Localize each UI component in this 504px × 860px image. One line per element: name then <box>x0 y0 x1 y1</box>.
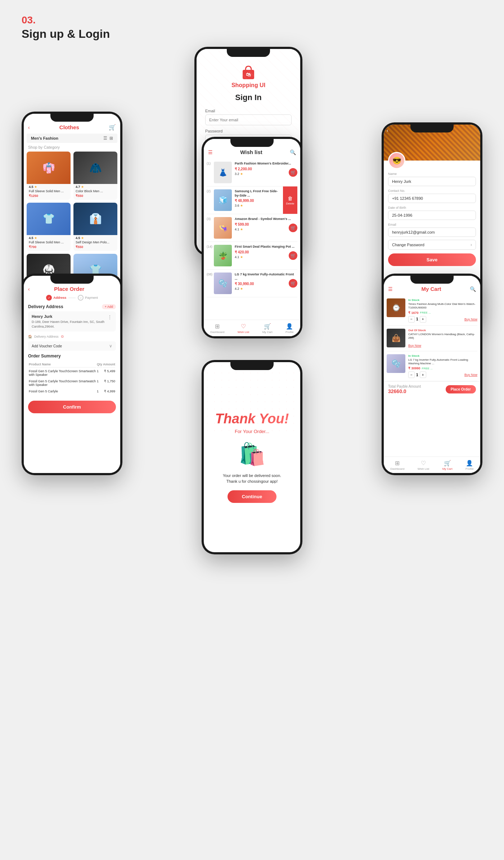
search-icon[interactable]: 🔍 <box>290 149 296 155</box>
wishlist-phone: ☰ Wish list 🔍 (1) 👗 Parth Fashion Women'… <box>202 137 302 338</box>
product-rating-3: 4.5 ★ <box>27 235 71 240</box>
wish-item-info: Amazon Brand - Symbol Women's ... ₹ 599.… <box>235 217 297 231</box>
name-input[interactable] <box>388 177 476 186</box>
email-field: Email <box>388 223 476 237</box>
nav-wishlist[interactable]: ♡ Wish List <box>418 460 429 470</box>
phone-notch <box>227 49 270 57</box>
product-card[interactable]: 🧥 4.7 ★ Color Block Men ... ₹550 <box>73 152 117 200</box>
delete-button[interactable]: 🗑 Delete <box>283 186 297 214</box>
name-field: Name <box>388 172 476 186</box>
nav-dashboard[interactable]: ⊞ Dashboard <box>390 460 404 470</box>
nav-profile[interactable]: 👤 Profile <box>285 323 294 334</box>
email-input[interactable] <box>388 228 476 237</box>
buy-now-link-1[interactable]: Buy Now <box>464 318 477 321</box>
cart-item-free-1: FREE ... <box>420 311 431 314</box>
product-image-4: 👔 <box>73 203 117 235</box>
product-card[interactable]: 👘 4.5 ★ Full Sleeve Solid Men ... ₹1250 <box>27 152 71 200</box>
add-to-cart-button[interactable]: 🛒 <box>289 251 297 260</box>
grid-view-icon[interactable]: ⊞ <box>109 136 113 141</box>
product-image-1: 👘 <box>27 152 71 184</box>
wish-item-rating: 4.1 ★ <box>235 255 297 259</box>
wish-item-rating: 3.6 ★ <box>235 204 282 207</box>
dashboard-icon: ⊞ <box>215 323 220 330</box>
dob-input[interactable] <box>388 211 476 220</box>
signin-title: Sign In <box>205 93 292 102</box>
cart-icon: 🛒 <box>444 460 451 467</box>
cart-item-price-1: ₹ 1670 <box>408 311 419 315</box>
wish-item-info: Parth Fashion Women's Embroider... ₹ 2,2… <box>235 162 297 176</box>
hamburger-menu-icon[interactable]: ☰ <box>208 149 213 155</box>
signin-logo-area: 🛍 Shopping UI <box>205 63 292 89</box>
voucher-row[interactable]: Add Voucher Code ∨ <box>28 341 116 351</box>
confirm-button[interactable]: Confirm <box>28 401 116 413</box>
copy-icon[interactable]: ⊙ <box>61 334 64 338</box>
place-order-button[interactable]: Place Order <box>446 385 476 393</box>
star-icon: ★ <box>240 172 243 176</box>
add-to-cart-button[interactable]: 🛒 <box>289 224 297 232</box>
clothes-back-button[interactable]: ‹ <box>28 125 30 130</box>
contact-input[interactable] <box>388 194 476 203</box>
more-options-icon[interactable]: ⋮ <box>107 314 112 320</box>
nav-profile-label: Profile <box>465 467 474 470</box>
order-back-button[interactable]: ‹ <box>28 286 30 292</box>
address-card: ⋮ Henry Jurk D-189, Deer Haven Drive, Fo… <box>28 311 116 332</box>
change-password-button[interactable]: Change Password › <box>388 240 476 250</box>
save-button[interactable]: Save <box>388 253 476 266</box>
address-text: D-189, Deer Haven Drive, Fountain Inn, S… <box>32 320 112 329</box>
cart-item-quantity-1: − 1 + <box>408 316 426 323</box>
order-title: Place Order <box>54 286 84 292</box>
address-type-label: 🏠 <box>28 335 32 338</box>
cart-title: My Cart <box>421 286 441 292</box>
search-icon[interactable]: 🔍 <box>470 286 476 292</box>
nav-cart[interactable]: 🛒 My Cart <box>262 323 273 334</box>
list-view-icon[interactable]: ☰ <box>103 136 107 141</box>
profile-avatar: 😎 <box>388 152 405 169</box>
order-steps: ✓ Address 2 Payment <box>24 295 120 304</box>
cart-items-list: ⌚ In Stock Timex Fashion Analog Multi-Co… <box>384 296 480 381</box>
wish-item-info: Samsung L Frost Free Side-by-Side ... ₹ … <box>235 189 282 207</box>
hamburger-menu-icon[interactable]: ☰ <box>388 286 393 292</box>
product-name-cell: Fossil Gen 5 Carlyle TouchScreen Smartwa… <box>29 368 96 378</box>
wish-item-number: (1) <box>207 162 214 165</box>
buy-now-link-3[interactable]: Buy Now <box>464 373 477 377</box>
wish-list-item: (1) 👗 Parth Fashion Women's Embroider...… <box>207 159 297 186</box>
quantity-decrease-button[interactable]: − <box>408 372 415 378</box>
cart-item-quantity-3: − 1 + <box>408 372 426 378</box>
buy-now-link-2[interactable]: Buy Now <box>408 344 421 347</box>
product-card[interactable]: 👔 4.5 ★ Self Design Men Polo... ₹550 <box>73 203 117 251</box>
phone-notch-wishlist <box>230 139 274 147</box>
nav-cart[interactable]: 🛒 My Cart <box>442 460 453 470</box>
svg-text:🛍: 🛍 <box>246 72 251 77</box>
wish-item-number: (08) <box>207 273 214 276</box>
profile-back-button[interactable]: ‹ <box>387 127 388 133</box>
wish-item-price: ₹ 2,200.00 <box>235 167 297 171</box>
password-label: Password <box>205 129 292 133</box>
shopping-bag-icon: 🛍 <box>240 63 257 81</box>
star-icon: ★ <box>240 287 243 291</box>
page-number-text: 03 <box>22 14 33 26</box>
wishlist-items-list: (1) 👗 Parth Fashion Women's Embroider...… <box>204 159 300 297</box>
email-input[interactable] <box>205 114 292 125</box>
mens-fashion-label: Men's Fashion <box>31 136 58 140</box>
cart-item-price-3: ₹ 30990 <box>408 366 420 370</box>
add-to-cart-button[interactable]: 🛒 <box>289 168 297 177</box>
wish-item-info: First Smart Deal Plastic Hanging Pot ...… <box>235 245 297 259</box>
email-label: Email <box>388 223 476 226</box>
nav-wishlist[interactable]: ♡ Wish List <box>238 323 249 334</box>
add-address-button[interactable]: + Add <box>102 304 116 309</box>
nav-cart-label: My Cart <box>442 467 453 470</box>
product-name-3: Full Sleeve Solid Men ... <box>27 240 71 245</box>
product-card[interactable]: 👕 4.5 ★ Full Sleeve Solid Men ... ₹700 <box>27 203 71 251</box>
nav-profile[interactable]: 👤 Profile <box>465 460 474 470</box>
quantity-increase-button[interactable]: + <box>420 316 426 323</box>
address-label-row: 🏠 Delivery Address ⊙ <box>28 334 116 338</box>
continue-button[interactable]: Continue <box>228 490 276 503</box>
order-screen: ‹ Place Order ✓ Address 2 Payment Delive… <box>24 276 120 473</box>
wish-list-item: (2) 🧊 Samsung L Frost Free Side-by-Side … <box>207 186 297 214</box>
add-to-cart-button[interactable]: 🛒 <box>289 279 297 288</box>
quantity-decrease-button[interactable]: − <box>408 316 415 323</box>
nav-dashboard[interactable]: ⊞ Dashboard <box>210 323 224 334</box>
quantity-increase-button[interactable]: + <box>420 372 426 378</box>
cart-icon[interactable]: 🛒 <box>109 124 116 131</box>
dob-field: Date of Birth <box>388 206 476 220</box>
